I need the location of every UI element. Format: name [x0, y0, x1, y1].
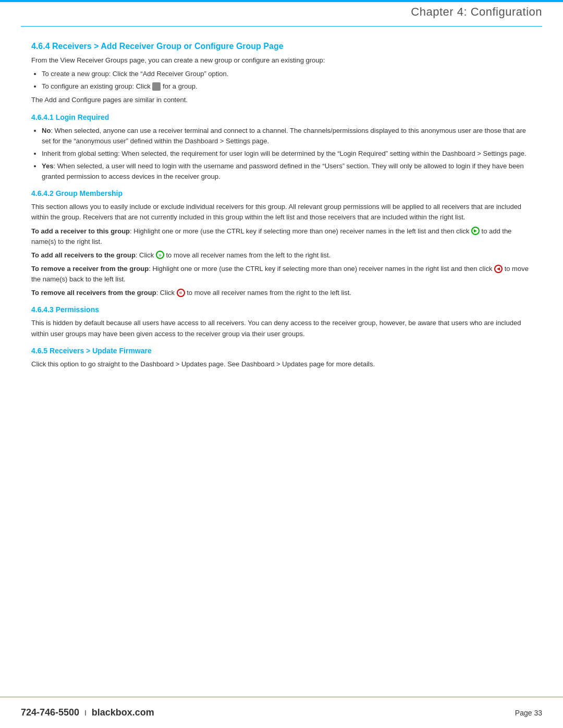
add-single-icon: ►	[471, 227, 480, 235]
remove-receiver-text: To remove a receiver from the group: Hig…	[31, 264, 532, 285]
footer-separator: I	[84, 709, 89, 717]
section-4642-intro: This section allows you to easily includ…	[31, 202, 532, 223]
add-all-icon: »	[156, 251, 164, 259]
list-item: Yes: When selected, a user will need to …	[42, 161, 532, 182]
section-464-footer: The Add and Configure pages are similar …	[31, 95, 532, 105]
section-4641: 4.6.4.1 Login Required No: When selected…	[31, 113, 532, 182]
section-4643: 4.6.4.3 Permissions This is hidden by de…	[31, 305, 532, 339]
section-464-bullets: To create a new group: Click the “Add Re…	[42, 69, 532, 92]
chapter-title: Chapter 4: Configuration	[411, 5, 542, 19]
section-465: 4.6.5 Receivers > Update Firmware Click …	[31, 347, 532, 369]
section-464: 4.6.4 Receivers > Add Receiver Group or …	[31, 42, 532, 106]
section-465-text: Click this option to go straight to the …	[31, 359, 532, 369]
no-label: No	[42, 127, 51, 134]
add-all-text: To add all receivers to the group: Click…	[31, 250, 532, 261]
list-item: No: When selected, anyone can use a rece…	[42, 126, 532, 146]
header-rule	[21, 26, 542, 27]
add-receiver-text: To add a receiver to this group: Highlig…	[31, 226, 532, 247]
list-item: To configure an existing group: Click fo…	[42, 81, 532, 92]
remove-all-text: To remove all receivers from the group: …	[31, 288, 532, 298]
section-464-intro: From the View Receiver Groups page, you …	[31, 55, 532, 66]
section-464-title: 4.6.4 Receivers > Add Receiver Group or …	[31, 42, 532, 51]
footer-contact: 724-746-5500 I blackbox.com	[21, 707, 154, 718]
top-accent-line	[0, 0, 563, 2]
remove-all-icon: «	[177, 289, 185, 297]
section-4643-title: 4.6.4.3 Permissions	[31, 305, 532, 314]
list-item: To create a new group: Click the “Add Re…	[42, 69, 532, 79]
section-4641-bullets: No: When selected, anyone can use a rece…	[42, 126, 532, 182]
configure-icon	[152, 82, 161, 91]
footer: 724-746-5500 I blackbox.com Page 33	[0, 697, 563, 728]
footer-page: Page 33	[515, 709, 542, 717]
section-4643-text: This is hidden by default because all us…	[31, 318, 532, 339]
section-4641-title: 4.6.4.1 Login Required	[31, 113, 532, 121]
footer-phone: 724-746-5500	[21, 707, 79, 718]
main-content: 4.6.4 Receivers > Add Receiver Group or …	[31, 36, 532, 686]
section-4642: 4.6.4.2 Group Membership This section al…	[31, 189, 532, 298]
remove-single-icon: ◄	[494, 265, 503, 273]
yes-label: Yes	[42, 162, 53, 170]
section-4642-title: 4.6.4.2 Group Membership	[31, 189, 532, 198]
list-item: Inherit from global setting: When select…	[42, 149, 532, 159]
section-465-title: 4.6.5 Receivers > Update Firmware	[31, 347, 532, 355]
footer-website: blackbox.com	[92, 707, 154, 718]
